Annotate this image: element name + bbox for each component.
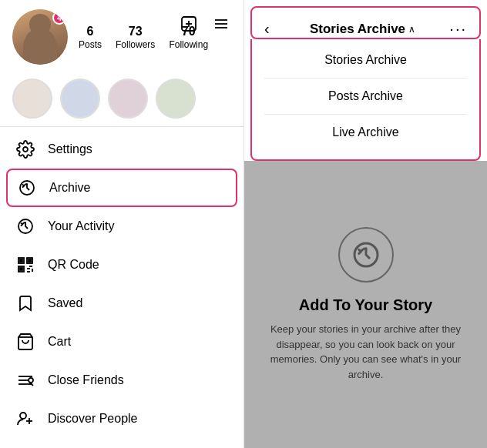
add-post-icon[interactable] bbox=[179, 14, 199, 34]
menu-item-qr-code[interactable]: QR Code bbox=[0, 246, 244, 284]
header-icons bbox=[179, 14, 231, 34]
archive-item-live[interactable]: Live Archive bbox=[252, 115, 479, 150]
highlight-4[interactable] bbox=[156, 79, 196, 119]
svg-rect-13 bbox=[20, 268, 22, 270]
notification-badge: 4 bbox=[52, 11, 66, 25]
your-activity-label: Your Activity bbox=[48, 219, 115, 233]
right-panel: ‹ Stories Archive ∧ ··· Stories Archive … bbox=[244, 0, 487, 448]
following-label: Following bbox=[169, 39, 208, 50]
followers-label: Followers bbox=[116, 39, 155, 50]
qr-code-label: QR Code bbox=[48, 258, 99, 272]
archive-icon bbox=[17, 178, 37, 198]
activity-icon bbox=[15, 216, 35, 236]
close-friends-label: Close Friends bbox=[48, 373, 124, 387]
followers-stat: 73 Followers bbox=[116, 24, 155, 49]
more-options-button[interactable]: ··· bbox=[449, 20, 467, 38]
qr-icon bbox=[15, 255, 35, 275]
posts-count: 6 bbox=[87, 24, 94, 38]
menu-item-your-activity[interactable]: Your Activity bbox=[0, 207, 244, 246]
archive-content-title: Add To Your Story bbox=[299, 296, 432, 314]
archive-content-area: Add To Your Story Keep your stories in y… bbox=[244, 161, 487, 448]
svg-rect-11 bbox=[20, 259, 22, 262]
posts-label: Posts bbox=[79, 39, 102, 50]
highlight-2[interactable] bbox=[60, 79, 100, 119]
profile-divider bbox=[0, 126, 244, 127]
archive-label: Archive bbox=[49, 181, 90, 195]
saved-label: Saved bbox=[48, 296, 82, 310]
svg-point-25 bbox=[20, 413, 26, 419]
left-panel: 4 6 Posts 73 Followers 70 Following bbox=[0, 0, 244, 448]
highlight-3[interactable] bbox=[108, 79, 148, 119]
svg-rect-12 bbox=[29, 259, 31, 262]
cart-label: Cart bbox=[48, 335, 71, 349]
cart-icon bbox=[15, 332, 35, 352]
svg-point-6 bbox=[23, 147, 28, 152]
chevron-up-icon: ∧ bbox=[408, 24, 415, 35]
menu-item-update-messaging[interactable]: Update Messaging bbox=[0, 438, 244, 448]
archive-title-wrap: Stories Archive ∧ bbox=[276, 22, 450, 37]
menu-item-cart[interactable]: Cart bbox=[0, 323, 244, 361]
followers-count: 73 bbox=[129, 24, 143, 38]
saved-icon bbox=[15, 293, 35, 313]
menu-item-discover-people[interactable]: Discover People bbox=[0, 400, 244, 438]
menu-list: Settings Archive bbox=[0, 130, 244, 448]
archive-dropdown-header: ‹ Stories Archive ∧ ··· bbox=[250, 6, 481, 39]
menu-icon[interactable] bbox=[211, 14, 231, 34]
profile-header: 4 6 Posts 73 Followers 70 Following bbox=[0, 0, 244, 72]
highlights-row bbox=[0, 72, 244, 126]
highlight-1[interactable] bbox=[12, 79, 52, 119]
back-button[interactable]: ‹ bbox=[264, 20, 270, 38]
avatar[interactable]: 4 bbox=[12, 9, 68, 65]
archive-item-stories[interactable]: Stories Archive bbox=[252, 42, 479, 78]
posts-stat: 6 Posts bbox=[79, 24, 102, 49]
menu-item-settings[interactable]: Settings bbox=[0, 130, 244, 169]
archive-item-posts[interactable]: Posts Archive bbox=[252, 79, 479, 114]
close-friends-icon bbox=[15, 370, 35, 390]
menu-item-close-friends[interactable]: Close Friends bbox=[0, 361, 244, 400]
menu-item-saved[interactable]: Saved bbox=[0, 284, 244, 323]
settings-label: Settings bbox=[48, 142, 92, 156]
discover-people-label: Discover People bbox=[48, 412, 138, 426]
settings-icon bbox=[15, 139, 35, 159]
discover-icon bbox=[15, 409, 35, 429]
archive-content-description: Keep your stories in your archive after … bbox=[263, 322, 469, 382]
archive-submenu: Stories Archive Posts Archive Live Archi… bbox=[250, 39, 481, 161]
archive-title: Stories Archive bbox=[310, 22, 405, 37]
menu-item-archive[interactable]: Archive bbox=[6, 169, 237, 207]
archive-circle-icon bbox=[338, 227, 394, 283]
